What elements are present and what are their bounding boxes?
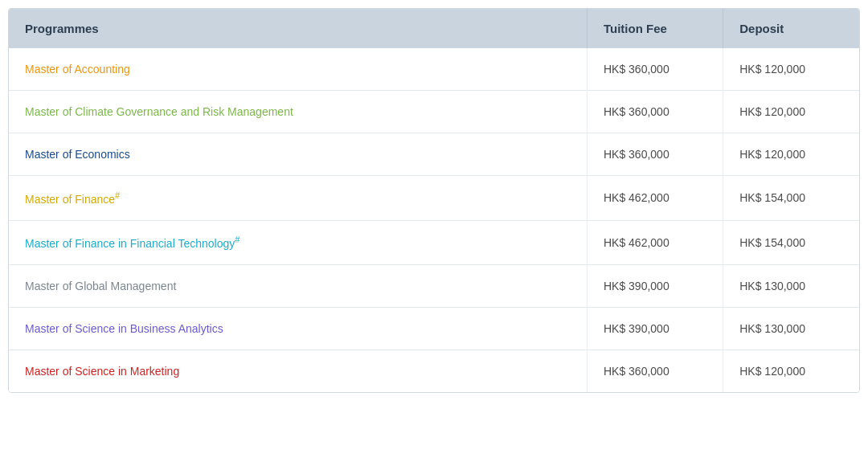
deposit-cell: HK$ 120,000 bbox=[723, 48, 859, 91]
table-row: Master of Climate Governance and Risk Ma… bbox=[9, 91, 859, 133]
table-row: Master of AccountingHK$ 360,000HK$ 120,0… bbox=[9, 48, 859, 91]
table-row: Master of Finance#HK$ 462,000HK$ 154,000 bbox=[9, 176, 859, 221]
tuition-fee-cell: HK$ 390,000 bbox=[587, 308, 723, 350]
deposit-cell: HK$ 154,000 bbox=[723, 176, 859, 221]
superscript-marker: # bbox=[115, 190, 120, 200]
deposit-cell: HK$ 130,000 bbox=[723, 308, 859, 350]
fee-table: Programmes Tuition Fee Deposit Master of… bbox=[8, 8, 860, 393]
programme-link[interactable]: Master of Science in Business Analytics bbox=[25, 322, 223, 335]
table-row: Master of Finance in Financial Technolog… bbox=[9, 220, 859, 265]
tuition-fee-cell: HK$ 360,000 bbox=[587, 91, 723, 133]
programme-cell: Master of Science in Marketing bbox=[9, 350, 587, 393]
deposit-cell: HK$ 130,000 bbox=[723, 265, 859, 308]
programme-link[interactable]: Master of Finance in Financial Technolog… bbox=[25, 237, 240, 250]
tuition-fee-cell: HK$ 360,000 bbox=[587, 48, 723, 91]
programme-cell: Master of Finance in Financial Technolog… bbox=[9, 220, 587, 265]
programme-cell: Master of Economics bbox=[9, 133, 587, 176]
deposit-cell: HK$ 120,000 bbox=[723, 350, 859, 393]
tuition-fee-cell: HK$ 462,000 bbox=[587, 176, 723, 221]
header-tuition: Tuition Fee bbox=[587, 9, 723, 48]
superscript-marker: # bbox=[235, 235, 240, 245]
programme-cell: Master of Climate Governance and Risk Ma… bbox=[9, 91, 587, 133]
header-programme: Programmes bbox=[9, 9, 587, 48]
programme-link[interactable]: Master of Accounting bbox=[25, 63, 130, 76]
programme-link[interactable]: Master of Finance# bbox=[25, 193, 120, 206]
tuition-fee-cell: HK$ 462,000 bbox=[587, 220, 723, 265]
table-row: Master of Science in MarketingHK$ 360,00… bbox=[9, 350, 859, 393]
programme-link[interactable]: Master of Global Management bbox=[25, 280, 176, 292]
programme-cell: Master of Global Management bbox=[9, 265, 587, 308]
table-row: Master of Science in Business AnalyticsH… bbox=[9, 308, 859, 350]
programme-link[interactable]: Master of Economics bbox=[25, 148, 130, 161]
programme-cell: Master of Science in Business Analytics bbox=[9, 308, 587, 350]
table-row: Master of EconomicsHK$ 360,000HK$ 120,00… bbox=[9, 133, 859, 176]
tuition-fee-cell: HK$ 360,000 bbox=[587, 133, 723, 176]
deposit-cell: HK$ 120,000 bbox=[723, 133, 859, 176]
deposit-cell: HK$ 120,000 bbox=[723, 91, 859, 133]
programme-cell: Master of Accounting bbox=[9, 48, 587, 91]
tuition-fee-cell: HK$ 390,000 bbox=[587, 265, 723, 308]
table-row: Master of Global ManagementHK$ 390,000HK… bbox=[9, 265, 859, 308]
programme-link[interactable]: Master of Climate Governance and Risk Ma… bbox=[25, 105, 293, 118]
deposit-cell: HK$ 154,000 bbox=[723, 220, 859, 265]
header-deposit: Deposit bbox=[723, 9, 859, 48]
programme-link[interactable]: Master of Science in Marketing bbox=[25, 365, 179, 378]
tuition-fee-cell: HK$ 360,000 bbox=[587, 350, 723, 393]
programme-cell: Master of Finance# bbox=[9, 176, 587, 221]
